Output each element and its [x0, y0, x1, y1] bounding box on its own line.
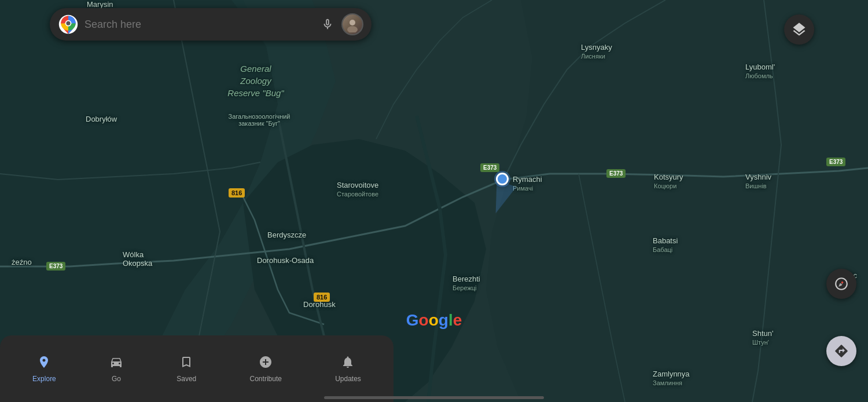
tab-contribute[interactable]: Contribute — [241, 350, 291, 388]
updates-label: Updates — [335, 375, 361, 383]
tab-explore[interactable]: Explore — [23, 350, 65, 388]
search-input[interactable] — [84, 19, 314, 31]
location-dot — [496, 173, 509, 185]
saved-label: Saved — [176, 375, 196, 383]
user-avatar[interactable] — [341, 13, 363, 35]
explore-label: Explore — [32, 375, 56, 383]
svg-point-6 — [350, 20, 355, 25]
layers-button[interactable] — [784, 14, 814, 45]
go-label: Go — [112, 375, 121, 383]
svg-point-7 — [347, 26, 358, 32]
tab-saved[interactable]: Saved — [167, 350, 205, 388]
scroll-indicator — [324, 396, 544, 399]
svg-point-5 — [66, 21, 70, 25]
search-bar[interactable] — [50, 8, 372, 41]
contribute-icon — [259, 355, 273, 372]
explore-icon — [37, 355, 51, 372]
bottom-navigation-bar: Explore Go Saved Contribute — [0, 335, 393, 402]
go-icon — [109, 355, 123, 372]
saved-icon — [179, 355, 193, 372]
compass-button[interactable] — [826, 269, 856, 299]
microphone-icon[interactable] — [319, 16, 336, 32]
contribute-label: Contribute — [250, 375, 282, 383]
directions-button[interactable] — [826, 336, 856, 366]
avatar-image — [343, 14, 362, 34]
tab-go[interactable]: Go — [100, 350, 133, 388]
tab-updates[interactable]: Updates — [326, 350, 370, 388]
updates-icon — [341, 355, 355, 372]
google-maps-logo-icon — [58, 14, 79, 35]
